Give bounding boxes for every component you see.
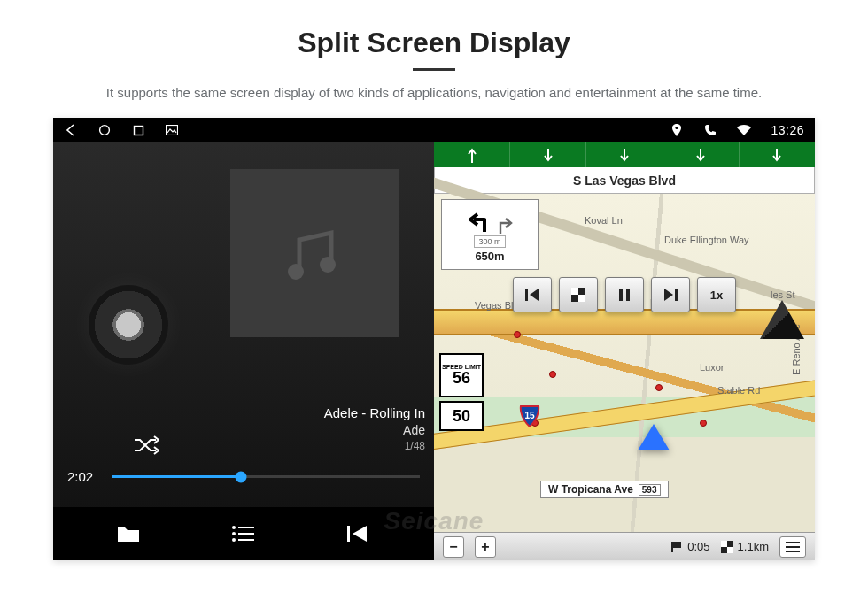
turn-left-icon [467,207,493,234]
elapsed-time: 2:02 [67,469,103,484]
street-label: Koval Ln [585,215,623,226]
navigation-pane: S Las Vegas Blvd Koval Ln Vegas Blvd Duk… [434,142,815,560]
title-underline [413,68,455,71]
route-shield: 50 [439,401,484,431]
shuffle-icon[interactable] [133,435,159,458]
eta-value: 0:05 [687,540,709,553]
speed-limit-value: 56 [453,370,470,387]
interstate-shield-icon: 15 [519,404,540,431]
seek-knob[interactable] [236,471,247,482]
bottom-street-name: W Tropicana Ave [548,483,633,496]
poi-dot [655,384,663,391]
map-pause-button[interactable] [605,277,644,312]
footer-eta: 0:05 [670,540,709,553]
street-label: les St [771,289,795,300]
turn-distance: 650m [475,250,504,263]
map-playback-controls: 1x [513,277,736,312]
footer-distance: 1.1km [721,540,769,553]
street-label: Stable Rd [717,385,760,396]
svg-rect-28 [786,551,800,552]
location-icon [670,123,684,137]
album-art-placeholder [230,169,399,337]
poi-dot [514,331,521,338]
svg-rect-16 [571,288,578,295]
svg-rect-26 [786,542,800,543]
map-menu-button[interactable] [779,536,806,558]
lane-straight-icon [434,142,510,167]
svg-point-5 [320,257,336,273]
svg-rect-20 [675,289,678,301]
track-title: Adele - Rolling In [324,404,425,422]
svg-rect-14 [525,289,528,301]
flag-icon [670,541,683,553]
map-speed-button[interactable]: 1x [697,277,736,312]
music-pane: Adele - Rolling In Ade 1/48 2:02 [53,142,434,560]
map-next-button[interactable] [651,277,690,312]
home-icon[interactable] [97,123,112,137]
previous-button[interactable] [336,516,382,551]
svg-rect-17 [578,295,585,302]
next-turn-distance: 300 m [474,235,505,248]
svg-rect-24 [721,541,727,547]
poi-dot [700,420,707,427]
zoom-out-button[interactable]: − [443,536,464,558]
svg-point-10 [232,538,236,542]
svg-rect-21 [671,542,673,552]
svg-rect-11 [238,539,254,541]
recents-icon[interactable] [131,123,145,137]
bottom-street-label: W Tropicana Ave 593 [540,481,669,498]
svg-point-3 [676,127,678,129]
map-dest-button[interactable] [559,277,598,312]
svg-rect-27 [786,546,800,548]
svg-text:15: 15 [524,411,535,420]
current-street-banner: S Las Vegas Blvd [434,167,815,194]
split-container: Adele - Rolling In Ade 1/48 2:02 [53,142,815,560]
folder-button[interactable] [105,516,151,551]
lane-down-icon [510,142,586,167]
lane-down-icon [663,142,740,167]
bottom-street-number: 593 [639,484,661,496]
phone-icon [703,123,717,137]
street-label: Duke Ellington Way [664,235,749,245]
seek-bar[interactable] [112,475,420,478]
track-artist: Ade [324,422,425,440]
svg-rect-19 [626,289,630,301]
status-clock: 13:26 [771,123,804,137]
progress-row: 2:02 [53,469,434,484]
poi-dot [549,371,556,378]
back-icon[interactable] [64,123,78,137]
zoom-in-button[interactable]: + [475,536,496,558]
svg-rect-18 [619,289,623,301]
lane-guidance-bar [434,142,815,167]
svg-rect-25 [727,547,733,553]
status-bar: 13:26 [53,118,815,142]
street-label: Luxor [700,362,725,373]
svg-point-4 [288,264,304,280]
lane-down-icon [740,142,815,167]
svg-rect-22 [673,542,681,548]
map-canvas[interactable]: Koval Ln Vegas Blvd Duke Ellington Way L… [434,194,815,532]
track-index: 1/48 [324,439,425,454]
playlist-button[interactable] [221,516,267,551]
transport-bar [53,507,434,560]
wifi-icon [737,123,751,137]
svg-point-8 [232,532,236,535]
speed-limit-sign: SPEED LIMIT 56 [439,353,484,397]
svg-point-0 [100,126,110,135]
page-subtitle: It supports the same screen display of t… [106,83,762,102]
picture-icon[interactable] [165,123,179,137]
map-footer: − + 0:05 1.1km [434,532,815,560]
device-frame: 13:26 Adele - Rolling In Ade [53,118,815,560]
lane-down-icon [586,142,663,167]
svg-point-6 [232,526,236,529]
map-prev-button[interactable] [513,277,552,312]
page-title: Split Screen Display [298,27,570,59]
svg-rect-7 [238,527,254,528]
road-main [434,309,815,335]
svg-rect-9 [238,533,254,535]
seek-fill [112,475,241,478]
distance-value: 1.1km [738,540,769,553]
disc-icon [89,285,168,365]
svg-rect-1 [134,126,143,135]
turn-right-small-icon [497,214,513,234]
